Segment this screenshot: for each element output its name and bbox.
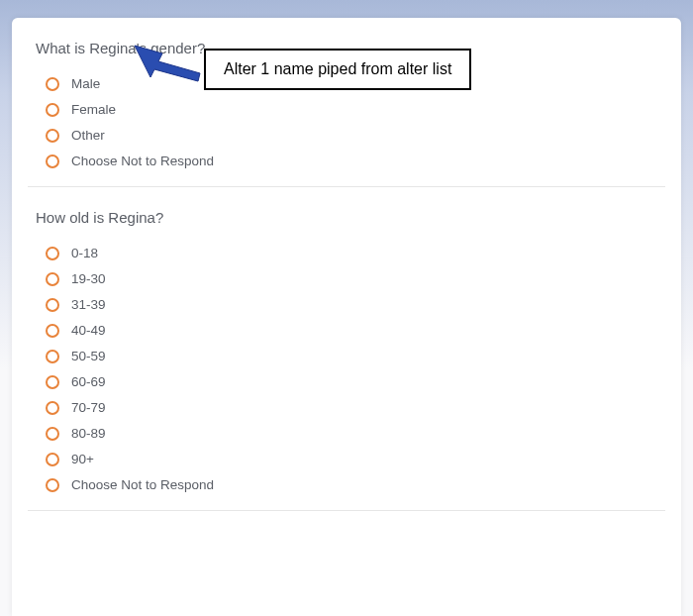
options-list: Male Female Other Choose Not to Respond	[36, 76, 657, 168]
option-80-89[interactable]: 80-89	[46, 426, 657, 441]
radio-icon	[46, 247, 59, 260]
question-title: What is Regina's gender?	[36, 40, 657, 56]
question-gender: What is Regina's gender? Male Female Oth…	[36, 40, 657, 168]
option-70-79[interactable]: 70-79	[46, 400, 657, 415]
radio-icon	[46, 478, 59, 492]
option-60-69[interactable]: 60-69	[46, 374, 657, 389]
radio-icon	[46, 77, 59, 91]
option-label: Male	[71, 76, 100, 91]
option-label: 80-89	[71, 426, 106, 441]
option-other[interactable]: Other	[46, 128, 657, 143]
option-label: Choose Not to Respond	[71, 154, 214, 168]
radio-icon	[46, 427, 59, 441]
radio-icon	[46, 103, 59, 117]
option-label: 60-69	[71, 374, 106, 389]
option-50-59[interactable]: 50-59	[46, 349, 657, 363]
divider	[28, 510, 665, 511]
option-label: 0-18	[71, 246, 98, 260]
option-label: 90+	[71, 452, 94, 466]
option-31-39[interactable]: 31-39	[46, 297, 657, 312]
option-female[interactable]: Female	[46, 102, 657, 117]
question-age: How old is Regina? 0-18 19-30 31-39 40-4…	[36, 209, 657, 492]
radio-icon	[46, 324, 59, 338]
survey-card: What is Regina's gender? Male Female Oth…	[12, 18, 681, 616]
option-label: 50-59	[71, 349, 106, 363]
option-label: 31-39	[71, 297, 106, 312]
radio-icon	[46, 453, 59, 466]
option-no-respond[interactable]: Choose Not to Respond	[46, 477, 657, 492]
radio-icon	[46, 375, 59, 389]
option-40-49[interactable]: 40-49	[46, 323, 657, 338]
option-19-30[interactable]: 19-30	[46, 271, 657, 286]
radio-icon	[46, 350, 59, 363]
radio-icon	[46, 272, 59, 286]
option-label: Other	[71, 128, 105, 143]
option-label: 70-79	[71, 400, 106, 415]
option-0-18[interactable]: 0-18	[46, 246, 657, 260]
divider	[28, 186, 665, 187]
option-label: 40-49	[71, 323, 106, 338]
option-label: Female	[71, 102, 116, 117]
option-label: Choose Not to Respond	[71, 477, 214, 492]
option-male[interactable]: Male	[46, 76, 657, 91]
radio-icon	[46, 401, 59, 415]
option-label: 19-30	[71, 271, 106, 286]
question-title: How old is Regina?	[36, 209, 657, 226]
radio-icon	[46, 154, 59, 168]
radio-icon	[46, 298, 59, 312]
radio-icon	[46, 129, 59, 143]
option-no-respond[interactable]: Choose Not to Respond	[46, 154, 657, 168]
option-90-plus[interactable]: 90+	[46, 452, 657, 466]
options-list: 0-18 19-30 31-39 40-49 50-59 60-69	[36, 246, 657, 492]
